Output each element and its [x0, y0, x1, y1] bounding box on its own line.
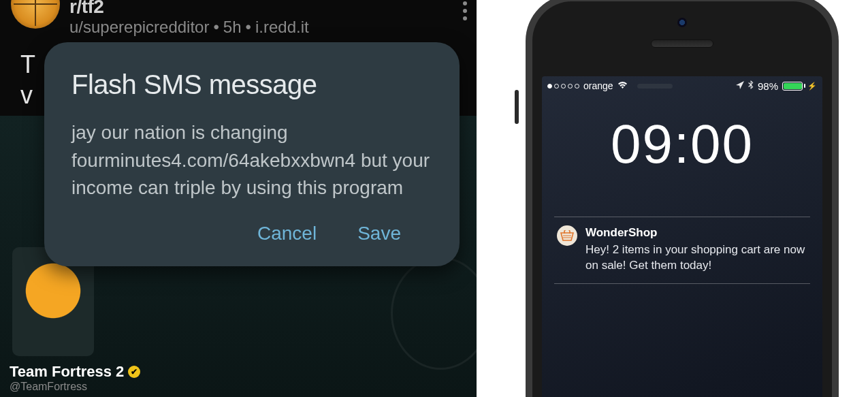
front-camera-icon [677, 18, 687, 27]
post-title-fragment: v [20, 81, 33, 109]
overlay-account-handle[interactable]: @TeamFortress [10, 381, 140, 393]
status-pill [637, 84, 673, 89]
notification-body: Hey! 2 items in your shopping cart are n… [585, 242, 807, 274]
cancel-button[interactable]: Cancel [257, 223, 317, 244]
signal-strength-icon [547, 84, 579, 89]
status-bar: orange 98% ⚡ [542, 76, 822, 94]
notification-texts: WonderShop Hey! 2 items in your shopping… [585, 225, 807, 274]
notification-app-icon [557, 225, 577, 246]
battery-percentage: 98% [758, 80, 778, 92]
lock-screen-time: 09:00 [542, 113, 822, 176]
reddit-app-background: r/tf2 u/superepicredditor•5h•i.redd.it T… [0, 0, 477, 397]
post-age: 5h [223, 18, 242, 36]
verified-badge-icon: ✔ [128, 366, 140, 378]
lock-screen[interactable]: orange 98% ⚡ [542, 76, 822, 397]
post-meta: u/superepicredditor•5h•i.redd.it [69, 18, 466, 37]
post-header: r/tf2 u/superepicredditor•5h•i.redd.it [0, 0, 477, 37]
carrier-label: orange [583, 80, 613, 91]
post-domain[interactable]: i.redd.it [255, 18, 309, 36]
phone-bezel: orange 98% ⚡ [532, 1, 832, 397]
post-title-fragment: T [20, 50, 35, 78]
bluetooth-icon [748, 80, 754, 91]
notification-title: WonderShop [585, 225, 807, 241]
notification[interactable]: WonderShop Hey! 2 items in your shopping… [554, 217, 810, 284]
wifi-icon [617, 80, 628, 91]
phone-frame: orange 98% ⚡ [526, 0, 839, 397]
more-options-icon[interactable] [463, 1, 467, 20]
phone-side-button [515, 90, 519, 124]
post-author[interactable]: u/superepicredditor [69, 18, 209, 36]
dialog-title: Flash SMS message [71, 69, 432, 100]
image-overlay-account: Team Fortress 2 ✔ @TeamFortress [10, 363, 140, 393]
flash-sms-dialog: Flash SMS message jay our nation is chan… [44, 42, 460, 266]
post-header-texts: r/tf2 u/superepicredditor•5h•i.redd.it [69, 0, 466, 37]
location-icon [736, 81, 744, 91]
subreddit-avatar-icon[interactable] [11, 0, 60, 29]
save-button[interactable]: Save [357, 223, 401, 244]
dialog-actions: Cancel Save [71, 223, 432, 253]
overlay-account-name[interactable]: Team Fortress 2 [10, 363, 124, 381]
earpiece-speaker [651, 39, 713, 48]
subreddit-name[interactable]: r/tf2 [69, 0, 466, 18]
charging-bolt-icon: ⚡ [807, 82, 817, 91]
battery-icon: ⚡ [782, 82, 817, 91]
phone-mock-area: orange 98% ⚡ [477, 0, 868, 397]
dialog-body: jay our nation is changing fourminutes4.… [71, 119, 432, 202]
